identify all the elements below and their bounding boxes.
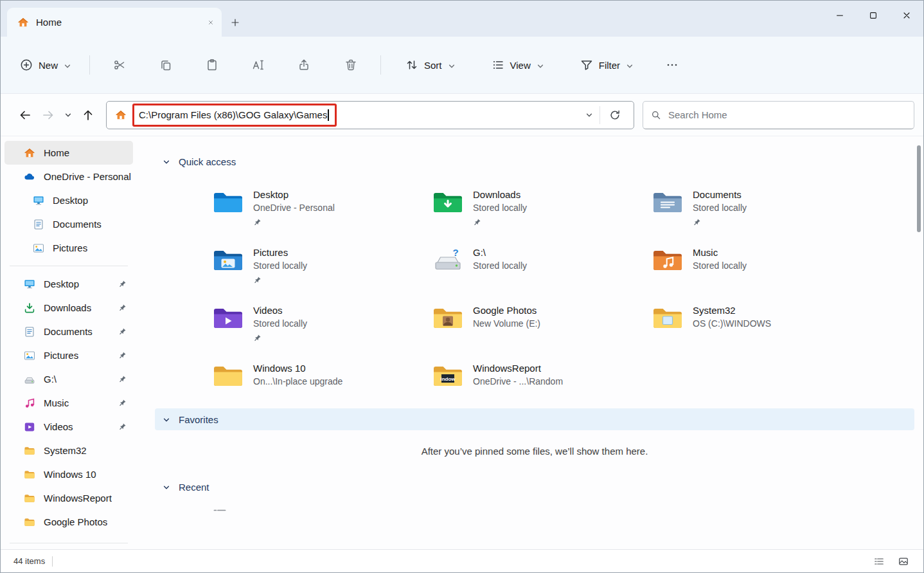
- folder-downloads-icon: [432, 190, 463, 215]
- section-recent[interactable]: Recent: [155, 476, 914, 498]
- recent-locations-button[interactable]: [60, 104, 76, 127]
- tab-home[interactable]: Home: [7, 8, 222, 37]
- forward-arrow-icon: [42, 109, 55, 122]
- scissors-icon: [113, 59, 126, 71]
- rename-button[interactable]: [244, 51, 272, 78]
- sidebar-item-documents[interactable]: Documents: [4, 212, 133, 236]
- sidebar-item-windowsreport[interactable]: WindowsReport: [4, 486, 133, 510]
- pin-icon: [473, 218, 481, 226]
- maximize-button[interactable]: [857, 1, 890, 30]
- sidebar-item-desktop[interactable]: Desktop: [4, 272, 133, 296]
- search-input[interactable]: [668, 109, 906, 120]
- quick-access-item-desktop[interactable]: DesktopOneDrive - Personal: [213, 189, 432, 226]
- filter-button-label: Filter: [599, 60, 620, 71]
- section-quick-access[interactable]: Quick access: [155, 150, 914, 172]
- quick-access-item-windows-10[interactable]: Windows 10On...\In-place upgrade: [213, 363, 432, 389]
- sidebar-item-label: Downloads: [44, 302, 91, 313]
- sort-button[interactable]: Sort: [398, 51, 463, 78]
- sidebar-item-onedrive-personal[interactable]: OneDrive - Personal: [4, 165, 133, 188]
- search-box[interactable]: [643, 101, 914, 129]
- paste-button[interactable]: [198, 51, 226, 78]
- folder-photos-icon: [432, 305, 463, 331]
- pin-icon: [118, 327, 127, 336]
- location-home-icon: [115, 109, 127, 121]
- quick-access-item-windowsreport[interactable]: indowWindowsReportOneDrive - ...\Random: [432, 363, 652, 389]
- details-view-button[interactable]: [869, 553, 889, 570]
- annotation-highlight: C:\Program Files (x86)\GOG Galaxy\Games: [132, 104, 337, 127]
- file-explorer-window: Home New Sort: [0, 0, 924, 573]
- scrollbar[interactable]: [916, 136, 922, 549]
- favorites-label: Favorites: [179, 414, 218, 425]
- large-icons-view-button[interactable]: [894, 553, 913, 570]
- filter-button[interactable]: Filter: [573, 51, 641, 78]
- sidebar-item-windows-10[interactable]: Windows 10: [4, 462, 133, 486]
- sidebar-item-label: Videos: [44, 421, 73, 432]
- copy-button[interactable]: [152, 51, 180, 78]
- sidebar-item-videos[interactable]: Videos: [4, 415, 133, 439]
- close-icon: [902, 10, 912, 21]
- quick-access-item-downloads[interactable]: DownloadsStored locally: [432, 189, 652, 226]
- sidebar-item-pictures[interactable]: Pictures: [4, 236, 133, 260]
- new-tab-button[interactable]: [222, 8, 249, 37]
- items-count: 44 items: [13, 556, 45, 566]
- chevron-down-icon: [163, 484, 170, 491]
- folder-system-icon: [652, 305, 683, 331]
- quick-access-item-google-photos[interactable]: Google PhotosNew Volume (E:): [432, 305, 652, 342]
- sidebar-item-label: Music: [44, 397, 69, 408]
- quick-access-item-g[interactable]: ?G:\Stored locally: [432, 247, 652, 284]
- sidebar-item-system32[interactable]: System32: [4, 439, 133, 462]
- folder-icon: [24, 516, 35, 528]
- quick-access-item-system32[interactable]: System32OS (C:)\WINDOWS: [652, 305, 872, 342]
- folder-music-icon: [652, 248, 683, 273]
- section-favorites[interactable]: Favorites: [155, 408, 914, 430]
- item-name: Videos: [253, 305, 307, 316]
- up-button[interactable]: [76, 104, 100, 127]
- sidebar-item-home[interactable]: Home: [4, 141, 133, 165]
- chevron-down-icon: [64, 62, 71, 70]
- tab-close-icon[interactable]: [206, 18, 215, 27]
- sidebar-item-label: Documents: [44, 326, 93, 337]
- quick-access-item-documents[interactable]: DocumentsStored locally: [652, 189, 872, 226]
- new-button-label: New: [39, 60, 58, 71]
- close-button[interactable]: [890, 1, 923, 30]
- cut-button[interactable]: [105, 51, 134, 78]
- quick-access-item-pictures[interactable]: PicturesStored locally: [213, 247, 432, 284]
- address-divider: [600, 106, 600, 124]
- sidebar-item-label: Pictures: [53, 242, 87, 253]
- pin-icon: [253, 334, 262, 342]
- recent-partial-item[interactable]: [213, 507, 229, 513]
- minimize-button[interactable]: [823, 1, 857, 30]
- refresh-icon[interactable]: [609, 109, 621, 121]
- delete-button[interactable]: [337, 51, 365, 78]
- share-button[interactable]: [290, 51, 319, 78]
- downloads-icon: [24, 302, 35, 314]
- quick-access-item-videos[interactable]: VideosStored locally: [213, 305, 432, 342]
- quick-access-label: Quick access: [179, 156, 236, 167]
- sidebar-item-downloads[interactable]: Downloads: [4, 296, 133, 320]
- sidebar-item-g[interactable]: G:\: [4, 367, 133, 391]
- sidebar-item-label: Home: [44, 147, 69, 158]
- sidebar-item-pictures[interactable]: Pictures: [4, 343, 133, 367]
- item-name: Downloads: [473, 189, 527, 200]
- minimize-icon: [835, 10, 845, 21]
- address-bar[interactable]: C:\Program Files (x86)\GOG Galaxy\Games: [106, 101, 634, 129]
- scrollbar-thumb[interactable]: [917, 145, 921, 232]
- sidebar-item-google-photos[interactable]: Google Photos: [4, 510, 133, 534]
- item-text: DocumentsStored locally: [693, 189, 747, 226]
- item-text: WindowsReportOneDrive - ...\Random: [473, 363, 563, 389]
- view-button[interactable]: View: [484, 51, 552, 78]
- address-dropdown-icon[interactable]: [585, 111, 593, 119]
- more-options-button[interactable]: [658, 51, 686, 78]
- desktop-icon: [33, 195, 44, 206]
- sidebar-item-desktop[interactable]: Desktop: [4, 188, 133, 212]
- sidebar-item-music[interactable]: Music: [4, 391, 133, 415]
- pin-icon: [118, 280, 127, 288]
- favorites-empty-message: After you’ve pinned some files, we’ll sh…: [155, 446, 914, 457]
- new-button[interactable]: New: [12, 51, 79, 78]
- maximize-icon: [868, 10, 878, 21]
- back-button[interactable]: [13, 104, 37, 127]
- sidebar-item-documents[interactable]: Documents: [4, 320, 133, 343]
- toolbar: New Sort View Filter: [1, 37, 923, 94]
- quick-access-item-music[interactable]: MusicStored locally: [652, 247, 872, 284]
- forward-button[interactable]: [37, 104, 60, 127]
